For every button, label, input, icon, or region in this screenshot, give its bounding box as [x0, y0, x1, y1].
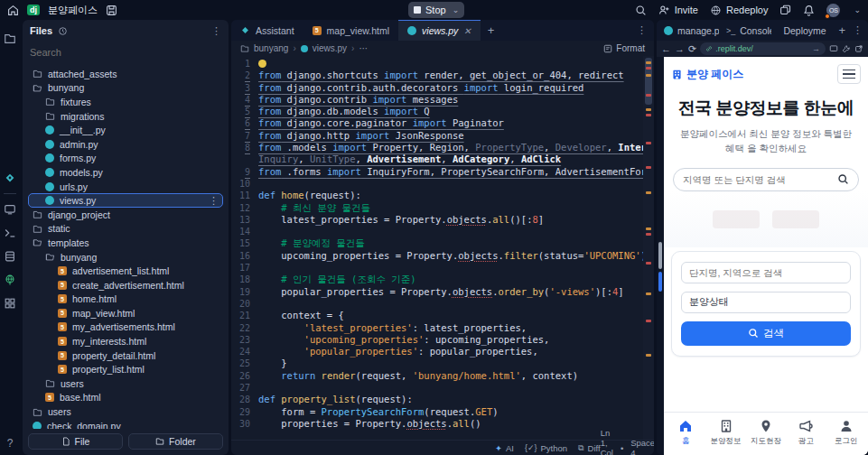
- tab-manage-py[interactable]: manage.py: [657, 20, 719, 41]
- hamburger-menu-icon[interactable]: [837, 64, 861, 84]
- new-file-button[interactable]: File: [28, 433, 123, 450]
- home-icon[interactable]: [7, 5, 19, 16]
- tab-views-py[interactable]: views.py ✕: [398, 20, 481, 41]
- files-search-input[interactable]: [30, 43, 221, 61]
- avatar[interactable]: OS: [826, 4, 840, 17]
- diff-status[interactable]: ⧉Diff: [578, 443, 601, 453]
- right-menu-icon[interactable]: ⋮: [853, 24, 868, 36]
- tree-item-forms-py[interactable]: forms.py: [28, 152, 223, 166]
- tree-item-bunyang[interactable]: bunyang: [28, 81, 223, 96]
- tree-item-my-interests-html[interactable]: 5my_interests.html: [28, 334, 223, 348]
- hero-search[interactable]: [673, 168, 859, 191]
- apps-grid-icon[interactable]: [0, 292, 20, 315]
- tree-item-advertisement-list-html[interactable]: 5advertisement_list.html: [28, 264, 223, 278]
- tree-item-home-html[interactable]: 5home.html: [28, 292, 223, 307]
- tree-item-create-advertisement-html[interactable]: 5create_advertisement.html: [28, 278, 223, 292]
- tree-item-templates[interactable]: templates: [28, 236, 223, 250]
- tree-item-base-html[interactable]: 5base.html: [28, 391, 223, 405]
- item-menu-icon[interactable]: ⋮: [209, 195, 219, 207]
- nav-listings[interactable]: 분양정보: [705, 419, 745, 447]
- code-line: 11def home(request):: [231, 190, 643, 201]
- tree-item-django-project[interactable]: django_project: [28, 208, 223, 222]
- spaces-setting[interactable]: Spaces: 4: [630, 438, 654, 455]
- tab-assistant[interactable]: Assistant: [231, 20, 303, 41]
- open-external-icon[interactable]: [854, 44, 863, 53]
- collapse-icon[interactable]: [58, 26, 68, 36]
- save-icon[interactable]: [106, 5, 117, 16]
- tab-map-view[interactable]: 5 map_view.html: [303, 20, 398, 41]
- language-status[interactable]: {✓}Python: [525, 443, 567, 453]
- tree-item-static[interactable]: static: [28, 222, 223, 237]
- editor-status-bar: ✦AI {✓}Python ⧉Diff Ln 1, Col 1 • Spaces…: [231, 440, 654, 455]
- lightbulb-icon[interactable]: [258, 60, 266, 68]
- nav-home[interactable]: 홈: [666, 419, 705, 447]
- card-search-input[interactable]: [689, 267, 843, 278]
- close-icon[interactable]: ✕: [463, 26, 471, 36]
- code-line: 3from django.contrib.auth.decorators imp…: [231, 82, 643, 94]
- editor-menu-icon[interactable]: ⋮: [630, 24, 654, 36]
- tree-item-users[interactable]: users: [28, 404, 223, 419]
- tools-icon[interactable]: [842, 44, 851, 53]
- forward-icon[interactable]: →: [675, 43, 685, 54]
- files-icon[interactable]: [0, 27, 20, 51]
- tree-item-attached-assets[interactable]: attached_assets: [28, 67, 223, 81]
- tree-item-map-view-html[interactable]: 5map_view.html: [28, 306, 223, 320]
- tree-item-property-list-html[interactable]: 5property_list.html: [28, 362, 223, 376]
- tree-item--init-py[interactable]: __init__.py: [28, 123, 223, 137]
- tab-console[interactable]: >_ Console: [719, 20, 772, 41]
- tree-item-my-advertisements-html[interactable]: 5my_advertisements.html: [28, 320, 223, 335]
- project-title[interactable]: 분양페이스: [48, 4, 98, 17]
- nav-login[interactable]: 로그인: [826, 419, 866, 447]
- tree-item-users[interactable]: users: [28, 376, 223, 391]
- search-icon: [748, 328, 759, 339]
- site-logo[interactable]: 분양 페이스: [671, 67, 743, 82]
- chevron-down-icon[interactable]: ⌄: [453, 5, 460, 14]
- new-tab-icon[interactable]: +: [831, 23, 853, 37]
- code-editor[interactable]: 12from django.shortcuts import render, g…: [231, 56, 654, 440]
- tree-item-migrations[interactable]: migrations: [28, 109, 223, 124]
- webview-icon[interactable]: [0, 198, 20, 221]
- tree-item-models-py[interactable]: models.py: [28, 165, 223, 180]
- hero-search-input[interactable]: [683, 174, 837, 185]
- search-button[interactable]: 검색: [681, 321, 851, 346]
- url-bar[interactable]: .replit.dev/ →: [700, 42, 826, 55]
- files-search[interactable]: [30, 43, 221, 61]
- ai-status[interactable]: ✦AI: [495, 443, 514, 453]
- status-select[interactable]: 분양상태: [681, 292, 851, 313]
- webview-scrollbar[interactable]: [657, 57, 664, 455]
- back-icon[interactable]: ←: [661, 43, 671, 54]
- console-icon[interactable]: [0, 221, 20, 245]
- tree-item-bunyang[interactable]: bunyang: [28, 250, 223, 265]
- tree-item-urls-py[interactable]: urls.py: [28, 180, 223, 194]
- devtools-icon[interactable]: [829, 44, 838, 53]
- tree-item-fixtures[interactable]: fixtures: [28, 95, 223, 109]
- redeploy-button[interactable]: Redeploy: [710, 5, 768, 16]
- nav-map[interactable]: 지도현장: [746, 419, 786, 447]
- deployment-icon[interactable]: [0, 268, 20, 292]
- new-tab-icon[interactable]: +: [481, 23, 502, 37]
- assistant-icon[interactable]: [0, 166, 20, 190]
- card-search-field[interactable]: [681, 262, 851, 283]
- files-menu-icon[interactable]: ⋮: [211, 25, 221, 37]
- editor-scrollbar[interactable]: [643, 56, 654, 440]
- tree-item-views-py[interactable]: views.py⋮: [28, 193, 223, 208]
- invite-button[interactable]: Invite: [658, 5, 698, 16]
- tree-item-check-domain-py[interactable]: check_domain.py: [28, 419, 223, 429]
- panels-icon[interactable]: [779, 5, 791, 16]
- tree-item-property-detail-html[interactable]: 5property_detail.html: [28, 348, 223, 363]
- tab-deployment[interactable]: Deployme: [771, 20, 831, 41]
- go-icon[interactable]: →: [812, 44, 820, 53]
- code-line: 16 upcoming_properties = Property.object…: [231, 250, 643, 262]
- help-icon[interactable]: ?: [0, 432, 20, 455]
- tree-item-admin-py[interactable]: admin.py: [28, 137, 223, 152]
- database-icon[interactable]: [0, 245, 20, 268]
- new-folder-button[interactable]: Folder: [128, 433, 223, 450]
- search-icon[interactable]: [635, 5, 647, 16]
- format-button[interactable]: Format: [603, 43, 645, 53]
- chevron-down-icon[interactable]: ⌄: [854, 5, 861, 14]
- nav-ads[interactable]: 광고: [786, 419, 826, 447]
- stop-button[interactable]: Stop ⌄: [408, 2, 464, 18]
- refresh-icon[interactable]: ⟳: [688, 43, 696, 55]
- bell-icon[interactable]: [803, 5, 815, 16]
- code-line: 29 form = PropertySearchForm(request.GET…: [231, 406, 643, 418]
